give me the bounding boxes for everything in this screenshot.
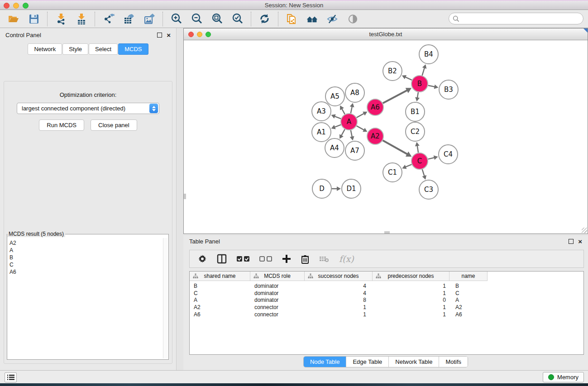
graph-edge-B-B1[interactable] <box>417 92 418 99</box>
add-row-icon[interactable] <box>282 254 291 263</box>
show-all-icon[interactable] <box>347 13 359 25</box>
column-header-shared-name[interactable]: shared name <box>190 272 250 281</box>
export-image-icon[interactable] <box>143 13 155 25</box>
deselect-all-checkboxes-icon[interactable] <box>259 256 272 262</box>
graph-edge-C-C1[interactable] <box>405 164 412 167</box>
float-table-panel-icon[interactable] <box>569 239 574 244</box>
table-cell[interactable]: 1 <box>305 311 373 319</box>
network-minimize-button[interactable] <box>197 32 202 37</box>
table-cell[interactable]: A6 <box>190 311 250 319</box>
table-cell[interactable]: connector <box>250 304 305 311</box>
graph-edge-A-A3[interactable] <box>334 116 341 119</box>
zoom-selected-icon[interactable] <box>231 13 244 25</box>
column-header-predecessor-nodes[interactable]: predecessor nodes <box>373 272 449 281</box>
network-resize-grip[interactable] <box>582 228 587 233</box>
mcds-result-scrollbar[interactable] <box>163 238 168 358</box>
zoom-in-icon[interactable] <box>170 13 182 25</box>
table-cell[interactable]: C <box>190 290 250 297</box>
table-cell[interactable]: connector <box>250 311 305 319</box>
table-cell[interactable]: B <box>449 283 488 290</box>
close-table-panel-icon[interactable]: × <box>578 239 582 244</box>
graph-edge-A-A2[interactable] <box>357 126 365 130</box>
table-cell[interactable]: 1 <box>373 290 449 297</box>
network-close-button[interactable] <box>188 32 194 37</box>
optimization-criterion-select[interactable]: largest connected component (directed) <box>17 103 159 114</box>
split-view-icon[interactable] <box>217 254 227 264</box>
delete-row-icon[interactable] <box>301 254 309 264</box>
graph-edge-C-C2[interactable] <box>417 145 419 153</box>
mcds-result-item[interactable]: B <box>10 254 163 261</box>
network-vscroll-thumb[interactable] <box>184 194 186 199</box>
select-all-checkboxes-icon[interactable] <box>237 256 249 262</box>
table-cell[interactable]: 1 <box>373 283 449 290</box>
import-table-icon[interactable] <box>75 13 87 25</box>
table-cell[interactable]: A <box>449 297 488 304</box>
graph-edge-C-C4[interactable] <box>428 157 435 159</box>
task-history-button[interactable] <box>5 372 17 382</box>
table-row[interactable]: Cdominator41C <box>190 290 583 297</box>
minimize-window-button[interactable] <box>13 3 19 9</box>
table-cell[interactable]: 4 <box>305 290 373 297</box>
table-cell[interactable]: C <box>449 290 488 297</box>
mcds-result-item[interactable]: A2 <box>10 239 163 247</box>
table-cell[interactable]: A2 <box>449 304 488 311</box>
column-header-name[interactable]: name <box>449 272 488 281</box>
save-session-icon[interactable] <box>28 13 40 25</box>
graph-edge-A2-C[interactable] <box>383 140 408 154</box>
hide-selected-icon[interactable] <box>326 13 339 25</box>
tab-edge-table[interactable]: Edge Table <box>346 357 389 367</box>
column-header-successor-nodes[interactable]: successor nodes <box>305 272 373 281</box>
network-hscroll-thumb[interactable] <box>384 231 390 234</box>
table-cell[interactable]: A6 <box>449 311 488 319</box>
run-mcds-button[interactable]: Run MCDS <box>39 119 84 131</box>
graph-edge-B-B2[interactable] <box>405 77 412 80</box>
graph-edge-A-A7[interactable] <box>351 130 352 138</box>
tab-node-table[interactable]: Node Table <box>304 357 347 367</box>
graph-edge-A6-B[interactable] <box>383 90 408 103</box>
tab-network-table[interactable]: Network Table <box>389 357 439 367</box>
tab-select[interactable]: Select <box>89 43 118 55</box>
graph-edge-A-A8[interactable] <box>351 106 352 113</box>
table-cell[interactable]: 1 <box>305 304 373 311</box>
graph-edge-C-C3[interactable] <box>422 169 425 176</box>
graph-edge-B-B4[interactable] <box>422 67 425 76</box>
graph-edge-A-A5[interactable] <box>342 108 345 114</box>
search-box[interactable] <box>449 13 583 24</box>
table-cell[interactable]: B <box>190 283 250 290</box>
mcds-result-item[interactable]: A <box>10 247 163 254</box>
search-input[interactable] <box>459 15 583 22</box>
close-window-button[interactable] <box>4 3 10 9</box>
tab-network[interactable]: Network <box>28 43 62 55</box>
close-panel-icon[interactable]: × <box>167 33 171 38</box>
column-settings-icon[interactable] <box>198 254 207 263</box>
tab-motifs[interactable]: Motifs <box>439 357 468 367</box>
float-panel-icon[interactable] <box>157 33 162 38</box>
network-maximize-button[interactable] <box>206 32 211 37</box>
graph-edge-A-A1[interactable] <box>334 125 341 128</box>
first-neighbors-icon[interactable] <box>306 13 318 25</box>
mcds-result-item[interactable]: A6 <box>10 268 163 276</box>
network-attach-icon[interactable] <box>583 29 588 33</box>
network-canvas[interactable]: AA1A2A3A4A5A6A7A8BB1B2B3B4CC1C2C3C4DD1 <box>184 40 588 234</box>
graph-edge-A-A4[interactable] <box>341 129 344 136</box>
table-cell[interactable]: dominator <box>250 297 305 304</box>
table-cell[interactable]: 1 <box>373 304 449 311</box>
table-cell[interactable]: dominator <box>250 283 305 290</box>
open-file-icon[interactable] <box>7 13 19 25</box>
table-cell[interactable]: 4 <box>305 283 373 290</box>
table-row[interactable]: A6connector11A6 <box>190 311 583 319</box>
tab-mcds[interactable]: MCDS <box>118 43 148 55</box>
table-cell[interactable]: dominator <box>250 290 305 297</box>
network-window-titlebar[interactable]: testGlobe.txt <box>184 29 588 40</box>
close-panel-button[interactable]: Close panel <box>91 119 137 131</box>
table-cell[interactable]: A <box>190 297 250 304</box>
zoom-out-icon[interactable] <box>191 13 203 25</box>
table-cell[interactable]: A2 <box>190 304 250 311</box>
new-network-from-selection-icon[interactable] <box>286 13 298 25</box>
import-network-icon[interactable] <box>55 13 67 25</box>
table-row[interactable]: Bdominator41B <box>190 283 583 290</box>
memory-button[interactable]: Memory <box>543 372 584 382</box>
apply-layout-icon[interactable] <box>258 13 271 25</box>
table-row[interactable]: Adominator80A <box>190 297 583 304</box>
table-cell[interactable]: 1 <box>373 311 449 319</box>
